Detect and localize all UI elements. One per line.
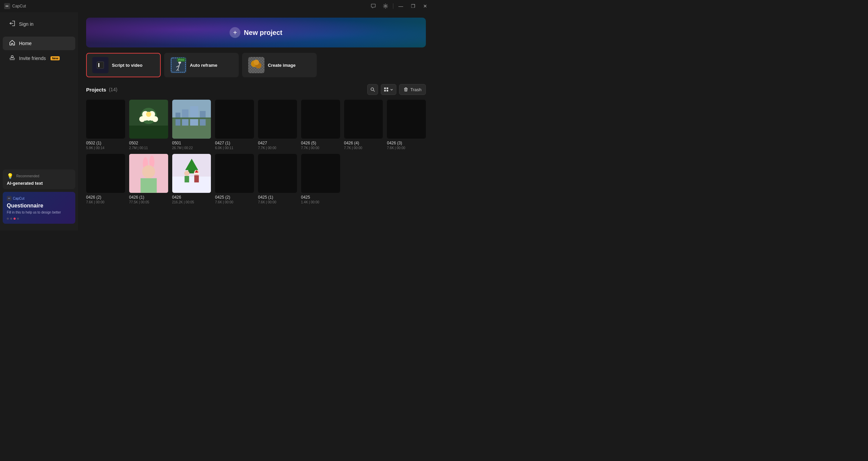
new-project-plus-icon: +	[230, 27, 240, 38]
app-body: Sign in Home Invite friends New	[0, 12, 434, 230]
quest-title: Questionnaire	[7, 203, 71, 209]
project-meta-8: 7.6K | 00:00	[86, 200, 125, 204]
free-badge: Free	[177, 58, 185, 62]
project-meta-1: 2.7M | 00:11	[129, 146, 168, 150]
project-thumb-3	[215, 100, 254, 139]
auto-reframe-label: Auto reframe	[190, 63, 217, 68]
capcut-logo-icon	[4, 3, 10, 9]
quest-desc: Fill in this to help us to design better	[7, 210, 71, 215]
svg-rect-5	[97, 62, 104, 68]
svg-point-32	[139, 116, 145, 122]
projects-header: Projects (14)	[86, 84, 426, 95]
new-project-label: New project	[244, 29, 282, 37]
project-name-10: 0426	[172, 195, 211, 200]
main-content: + New project Script to video	[78, 12, 434, 230]
svg-rect-23	[387, 90, 388, 92]
project-item-0501[interactable]: 0501 26.7M | 00:22	[172, 100, 211, 150]
sidebar-bottom: 💡 Recommended AI-generated text CapCut Q…	[0, 167, 78, 226]
project-item-0425-1[interactable]: 0425 (1) 7.6K | 00:00	[258, 154, 297, 204]
project-item-0426[interactable]: 0426 216.2K | 00:05	[172, 154, 211, 204]
project-name-3: 0427 (1)	[215, 141, 254, 145]
svg-rect-49	[172, 177, 211, 193]
project-item-0427-1[interactable]: 0427 (1) 6.0K | 00:11	[215, 100, 254, 150]
quick-actions: Script to video Free	[86, 53, 426, 77]
project-item-0426-2[interactable]: 0426 (2) 7.6K | 00:00	[86, 154, 125, 204]
project-meta-11: 7.6K | 00:00	[215, 200, 254, 204]
project-meta-0: 5.9K | 00:14	[86, 146, 125, 150]
svg-rect-55	[194, 175, 199, 182]
svg-rect-21	[387, 87, 388, 89]
questionnaire-card[interactable]: CapCut Questionnaire Fill in this to hel…	[3, 192, 75, 224]
script-to-video-card[interactable]: Script to video	[86, 53, 161, 77]
feedback-button[interactable]	[369, 1, 378, 11]
trash-label: Trash	[410, 87, 421, 92]
view-toggle-button[interactable]	[381, 84, 396, 95]
create-image-card[interactable]: Create image	[242, 53, 317, 77]
svg-point-52	[184, 171, 189, 176]
app-title: CapCut	[12, 4, 26, 8]
recommended-card[interactable]: 💡 Recommended AI-generated text	[3, 169, 75, 189]
projects-count: (14)	[109, 87, 117, 92]
script-to-video-label: Script to video	[112, 63, 142, 68]
project-item-0426-1[interactable]: 0426 (1) 77.5K | 00:05	[129, 154, 168, 204]
svg-point-19	[371, 88, 374, 91]
project-meta-5: 7.7K | 00:00	[301, 146, 340, 150]
restore-button[interactable]: ❐	[408, 1, 418, 11]
project-name-12: 0425 (1)	[258, 195, 297, 200]
new-project-content: + New project	[230, 27, 282, 38]
titlebar-left: CapCut	[4, 3, 26, 9]
project-item-0426-3[interactable]: 0426 (3) 7.6K | 00:00	[387, 100, 426, 150]
project-meta-10: 216.2K | 00:05	[172, 200, 211, 204]
sidebar-item-invite[interactable]: Invite friends New	[3, 52, 75, 65]
project-item-0502[interactable]: 0502 2.7M | 00:11	[129, 100, 168, 150]
signin-button[interactable]: Sign in	[3, 17, 75, 31]
dot-1	[7, 218, 9, 220]
svg-rect-47	[140, 178, 157, 193]
svg-rect-6	[98, 63, 99, 67]
svg-point-46	[142, 165, 155, 178]
search-button[interactable]	[367, 84, 378, 95]
project-meta-12: 7.6K | 00:00	[258, 200, 297, 204]
svg-rect-53	[184, 176, 189, 182]
project-item-0425-2[interactable]: 0425 (2) 7.6K | 00:00	[215, 154, 254, 204]
project-thumb-6	[344, 100, 383, 139]
home-icon	[9, 40, 16, 47]
sidebar-item-home[interactable]: Home	[3, 37, 75, 50]
auto-reframe-card[interactable]: Free Auto reframe	[164, 53, 239, 77]
project-thumb-2	[172, 100, 211, 139]
project-item-0427[interactable]: 0427 7.7K | 00:00	[258, 100, 297, 150]
project-thumb-5	[301, 100, 340, 139]
project-name-13: 0425	[301, 195, 340, 200]
svg-rect-39	[190, 106, 198, 125]
project-name-9: 0426 (1)	[129, 195, 168, 200]
project-item-0502-1[interactable]: 0502 (1) 5.9K | 00:14	[86, 100, 125, 150]
project-item-0426-4[interactable]: 0426 (4) 7.7K | 00:00	[344, 100, 383, 150]
trash-button[interactable]: Trash	[399, 84, 426, 95]
project-item-0425[interactable]: 0425 1.4K | 00:00	[301, 154, 340, 204]
close-button[interactable]: ✕	[420, 1, 430, 11]
project-item-0426-5[interactable]: 0426 (5) 7.7K | 00:00	[301, 100, 340, 150]
project-thumb-8	[86, 154, 125, 193]
invite-icon	[9, 55, 16, 62]
project-thumb-1	[129, 100, 168, 139]
project-name-1: 0502	[129, 141, 168, 145]
svg-rect-57	[194, 173, 199, 174]
projects-grid: 0502 (1) 5.9K | 00:14	[86, 100, 426, 204]
svg-point-1	[385, 5, 387, 7]
settings-button[interactable]	[381, 1, 390, 11]
project-thumb-11	[215, 154, 254, 193]
rec-title: AI-generated text	[7, 181, 71, 186]
project-meta-6: 7.7K | 00:00	[344, 146, 383, 150]
projects-tools: Trash	[367, 84, 426, 95]
project-name-2: 0501	[172, 141, 211, 145]
project-meta-3: 6.0K | 00:11	[215, 146, 254, 150]
project-thumb-0	[86, 100, 125, 139]
project-meta-9: 77.5K | 00:05	[129, 200, 168, 204]
new-project-banner[interactable]: + New project	[86, 18, 426, 47]
signin-label: Sign in	[19, 21, 34, 27]
minimize-button[interactable]: —	[396, 1, 406, 11]
dot-4	[17, 218, 19, 220]
project-name-11: 0425 (2)	[215, 195, 254, 200]
projects-title-text: Projects	[86, 87, 106, 93]
dot-2	[10, 218, 12, 220]
